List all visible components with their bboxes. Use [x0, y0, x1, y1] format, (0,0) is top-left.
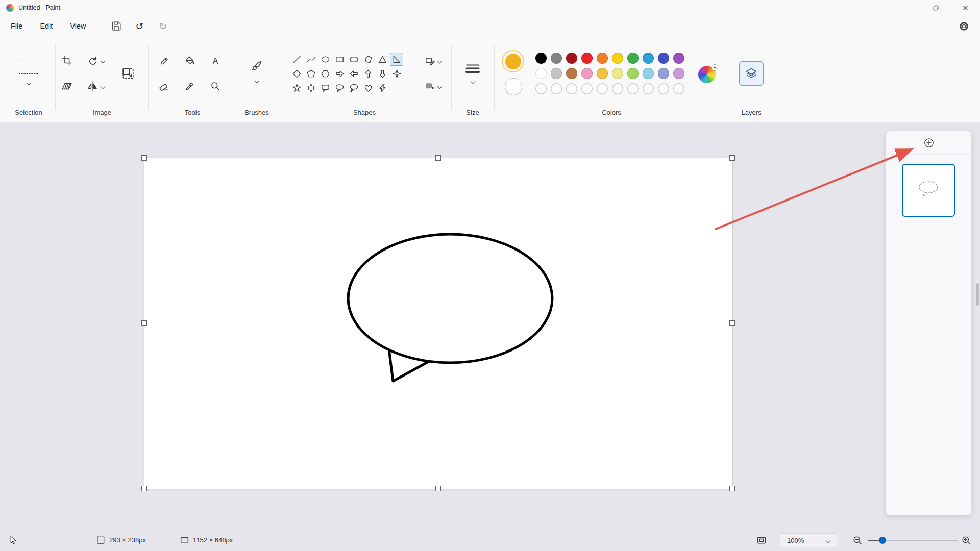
redo-button[interactable]: ↻ [154, 18, 173, 34]
shape-star-6[interactable] [304, 81, 317, 94]
color-swatch[interactable] [643, 53, 654, 64]
color-swatch[interactable] [597, 68, 608, 79]
empty-color-slot[interactable] [581, 83, 593, 94]
shape-line[interactable] [290, 53, 303, 66]
text-tool-button[interactable]: A [206, 51, 225, 70]
menu-edit[interactable]: Edit [31, 18, 61, 34]
color-swatch[interactable] [673, 68, 684, 79]
shape-rounded-rectangle[interactable] [347, 53, 360, 66]
shape-fill-button[interactable] [419, 79, 447, 94]
empty-color-slot[interactable] [673, 83, 684, 94]
empty-color-slot[interactable] [566, 83, 577, 94]
eraser-tool-button[interactable] [155, 77, 174, 96]
shape-rectangle[interactable] [333, 53, 346, 66]
shape-right-triangle[interactable] [390, 53, 403, 66]
empty-color-slot[interactable] [551, 83, 562, 94]
add-layer-button[interactable] [922, 136, 936, 149]
layers-toggle-button[interactable] [739, 61, 764, 86]
shape-diamond[interactable] [290, 67, 303, 80]
shape-callout-rounded[interactable] [318, 81, 332, 94]
drawing-canvas[interactable] [144, 158, 732, 489]
fit-to-window-button[interactable] [756, 529, 767, 551]
shape-arrow-up[interactable] [361, 67, 375, 80]
shape-hexagon[interactable] [318, 67, 332, 80]
minimize-button[interactable] [891, 0, 921, 15]
settings-button[interactable] [954, 18, 973, 34]
zoom-out-button[interactable] [852, 529, 863, 551]
canvas-handle-top-center[interactable] [435, 155, 441, 161]
zoom-in-button[interactable] [961, 529, 971, 551]
shape-triangle[interactable] [376, 53, 389, 66]
shape-ellipse[interactable] [318, 53, 332, 66]
shape-callout-cloud[interactable] [347, 81, 360, 94]
magnifier-tool-button[interactable] [206, 77, 225, 96]
color-swatch[interactable] [581, 53, 593, 64]
shape-pentagon[interactable] [304, 67, 317, 80]
canvas-handle-bottom-right[interactable] [729, 486, 735, 491]
shape-heart[interactable] [361, 81, 375, 94]
layer-thumbnail[interactable] [902, 164, 955, 217]
pencil-tool-button[interactable] [155, 51, 174, 70]
color-swatch[interactable] [581, 68, 593, 79]
undo-button[interactable]: ↺ [131, 18, 149, 34]
empty-color-slot[interactable] [627, 83, 639, 94]
color-swatch[interactable] [535, 68, 547, 79]
shape-star-4[interactable] [390, 67, 403, 80]
skew-button[interactable] [57, 77, 77, 96]
menu-view[interactable]: View [61, 18, 94, 34]
canvas-handle-top-left[interactable] [141, 155, 147, 161]
canvas-handle-bottom-left[interactable] [141, 486, 147, 491]
color-swatch[interactable] [643, 68, 654, 79]
canvas-handle-middle-left[interactable] [141, 320, 147, 326]
shape-lightning[interactable] [376, 81, 389, 94]
color-swatch[interactable] [627, 53, 639, 64]
shape-arrow-right[interactable] [333, 67, 346, 80]
save-button[interactable] [107, 18, 126, 34]
crop-button[interactable] [57, 51, 77, 70]
empty-color-slot[interactable] [643, 83, 654, 94]
rotate-button[interactable] [81, 51, 110, 70]
empty-color-slot[interactable] [597, 83, 608, 94]
color-swatch[interactable] [673, 53, 684, 64]
color-swatch[interactable] [658, 68, 669, 79]
color2-selector[interactable] [505, 78, 522, 95]
flip-button[interactable] [81, 77, 110, 96]
canvas-handle-top-right[interactable] [729, 155, 735, 161]
color-swatch[interactable] [658, 53, 669, 64]
empty-color-slot[interactable] [612, 83, 623, 94]
canvas-handle-middle-right[interactable] [729, 320, 735, 326]
color-swatch[interactable] [597, 53, 608, 64]
color-swatch[interactable] [627, 68, 639, 79]
empty-color-slot[interactable] [535, 83, 547, 94]
shape-arrow-left[interactable] [347, 67, 360, 80]
color-swatch[interactable] [566, 68, 577, 79]
zoom-slider[interactable] [868, 529, 958, 551]
menu-file[interactable]: File [2, 18, 31, 34]
vertical-scrollbar[interactable] [976, 283, 979, 306]
color-swatch[interactable] [551, 68, 562, 79]
shape-callout-oval[interactable] [333, 81, 346, 94]
maximize-button[interactable] [921, 0, 950, 15]
fill-tool-button[interactable] [180, 51, 200, 70]
brushes-button[interactable] [244, 49, 270, 93]
size-button[interactable] [459, 50, 486, 93]
color-swatch[interactable] [551, 53, 562, 64]
color-swatch[interactable] [612, 53, 623, 64]
color1-selector[interactable] [502, 50, 524, 72]
color-picker-tool-button[interactable] [180, 77, 200, 96]
color-swatch[interactable] [566, 53, 577, 64]
shape-polygon[interactable] [361, 53, 375, 66]
canvas-handle-bottom-center[interactable] [435, 486, 441, 491]
close-button[interactable] [950, 0, 980, 15]
edit-colors-button[interactable]: + [698, 66, 716, 83]
color-swatch[interactable] [612, 68, 623, 79]
shape-curve[interactable] [304, 53, 317, 66]
shape-star-5[interactable] [290, 81, 303, 94]
empty-color-slot[interactable] [658, 83, 669, 94]
selection-tool-button[interactable] [11, 45, 46, 98]
zoom-slider-thumb[interactable] [879, 537, 886, 544]
zoom-level-dropdown[interactable]: 100% [780, 533, 837, 547]
resize-button[interactable] [116, 62, 140, 85]
shape-outline-button[interactable] [419, 53, 447, 68]
shape-arrow-down[interactable] [376, 67, 389, 80]
